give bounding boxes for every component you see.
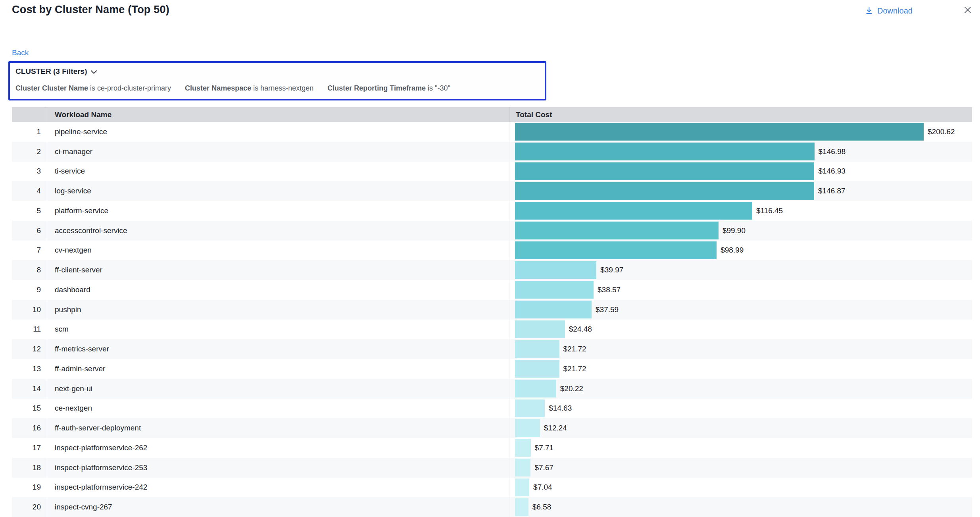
close-icon: [963, 5, 972, 16]
cost-value: $7.04: [533, 483, 552, 492]
cost-bar: [515, 439, 531, 457]
cost-value: $99.90: [723, 226, 746, 235]
workload-name-cell: ti-service: [47, 162, 509, 181]
cost-cell: $38.57: [509, 280, 972, 300]
cost-cell: $7.04: [509, 478, 972, 498]
workload-name-cell: log-service: [47, 181, 509, 201]
back-link[interactable]: Back: [12, 48, 29, 57]
table-row: 16 ff-auth-server-deployment $12.24: [12, 418, 972, 438]
table-row: 2 ci-manager $146.98: [12, 142, 972, 162]
download-label: Download: [877, 6, 913, 15]
cost-value: $37.59: [596, 305, 619, 314]
table-header: Workload Name Total Cost: [12, 107, 972, 122]
workload-name-cell: scm: [47, 320, 509, 340]
rank-cell: 12: [12, 339, 47, 359]
cost-value: $12.24: [544, 424, 567, 432]
total-cost-column-header: Total Cost: [509, 107, 972, 122]
cost-cell: $146.87: [509, 181, 972, 201]
filter-field: Cluster Reporting Timeframe: [327, 84, 426, 92]
workload-name-cell: inspect-cvng-267: [47, 497, 509, 517]
filter-field: Cluster Cluster Name: [15, 84, 88, 92]
rank-column-header: [12, 107, 47, 122]
cost-value: $39.97: [600, 266, 623, 274]
table-row: 15 ce-nextgen $14.63: [12, 399, 972, 419]
filter-group-toggle[interactable]: CLUSTER (3 Filters): [15, 67, 97, 76]
workload-name-cell: cv-nextgen: [47, 241, 509, 260]
cost-bar: [515, 459, 530, 476]
workload-name-cell: ci-manager: [47, 142, 509, 162]
workload-name-cell: ff-metrics-server: [47, 339, 509, 359]
rank-cell: 19: [12, 478, 47, 498]
cost-cell: $6.58: [509, 497, 972, 517]
filter-conditions: Cluster Cluster Nameis ce-prod-cluster-p…: [15, 84, 538, 93]
download-button[interactable]: Download: [865, 6, 913, 15]
cost-cell: $14.63: [509, 399, 972, 419]
cost-cell: $37.59: [509, 300, 972, 320]
workload-name-cell: ff-client-server: [47, 260, 509, 280]
table-row: 17 inspect-platformservice-262 $7.71: [12, 438, 972, 458]
cost-value: $146.87: [818, 187, 845, 195]
cost-value: $14.63: [549, 404, 572, 413]
workload-name-cell: inspect-platformservice-242: [47, 478, 509, 498]
rank-cell: 6: [12, 221, 47, 241]
workload-name-cell: ff-auth-server-deployment: [47, 418, 509, 438]
workload-name-cell: next-gen-ui: [47, 379, 509, 399]
close-button[interactable]: [963, 6, 973, 16]
table-row: 19 inspect-platformservice-242 $7.04: [12, 478, 972, 498]
cost-value: $116.45: [756, 206, 783, 215]
cost-cell: $200.62: [509, 122, 972, 142]
rank-cell: 13: [12, 359, 47, 379]
rank-cell: 9: [12, 280, 47, 300]
rank-cell: 18: [12, 458, 47, 478]
cost-bar: [515, 380, 556, 397]
cost-bar: [515, 340, 559, 358]
rank-cell: 10: [12, 300, 47, 320]
cost-bar: [515, 261, 596, 279]
rank-cell: 14: [12, 379, 47, 399]
filter-operator-value: is ce-prod-cluster-primary: [90, 84, 171, 92]
table-row: 10 pushpin $37.59: [12, 300, 972, 320]
cost-cell: $12.24: [509, 418, 972, 438]
table-row: 3 ti-service $146.93: [12, 162, 972, 181]
filter-condition: Cluster Namespaceis harness-nextgen: [185, 84, 313, 93]
cost-bar: [515, 301, 592, 318]
cost-value: $21.72: [563, 345, 586, 353]
filter-condition: Cluster Cluster Nameis ce-prod-cluster-p…: [15, 84, 171, 93]
rank-cell: 15: [12, 399, 47, 419]
cost-cell: $20.22: [509, 379, 972, 399]
workload-name-cell: ff-admin-server: [47, 359, 509, 379]
rank-cell: 7: [12, 241, 47, 260]
cost-bar: [515, 162, 814, 180]
table-row: 9 dashboard $38.57: [12, 280, 972, 300]
cost-cell: $146.98: [509, 142, 972, 162]
rank-cell: 4: [12, 181, 47, 201]
cost-value: $146.93: [818, 167, 845, 176]
header-actions: Download: [865, 6, 973, 16]
cost-bar: [515, 222, 719, 239]
cost-cell: $21.72: [509, 359, 972, 379]
cost-bar: [515, 399, 545, 417]
rank-cell: 1: [12, 122, 47, 142]
table-row: 13 ff-admin-server $21.72: [12, 359, 972, 379]
workload-name-cell: pipeline-service: [47, 122, 509, 142]
cost-cell: $146.93: [509, 162, 972, 181]
table-row: 1 pipeline-service $200.62: [12, 122, 972, 142]
workload-name-cell: accesscontrol-service: [47, 221, 509, 241]
cost-value: $7.71: [535, 444, 554, 452]
cost-cell: $21.72: [509, 339, 972, 359]
download-icon: [865, 6, 873, 15]
cost-value: $24.48: [569, 325, 592, 334]
rank-cell: 5: [12, 201, 47, 221]
workload-name-cell: dashboard: [47, 280, 509, 300]
cost-cell: $39.97: [509, 260, 972, 280]
table-row: 18 inspect-platformservice-253 $7.67: [12, 458, 972, 478]
cost-value: $38.57: [598, 286, 621, 294]
rank-cell: 16: [12, 418, 47, 438]
cost-bar: [515, 202, 752, 220]
cost-bar: [515, 281, 594, 299]
cost-value: $146.98: [819, 147, 846, 156]
rank-cell: 17: [12, 438, 47, 458]
cost-cell: $7.67: [509, 458, 972, 478]
workload-name-cell: inspect-platformservice-262: [47, 438, 509, 458]
cost-bar: [515, 419, 540, 437]
